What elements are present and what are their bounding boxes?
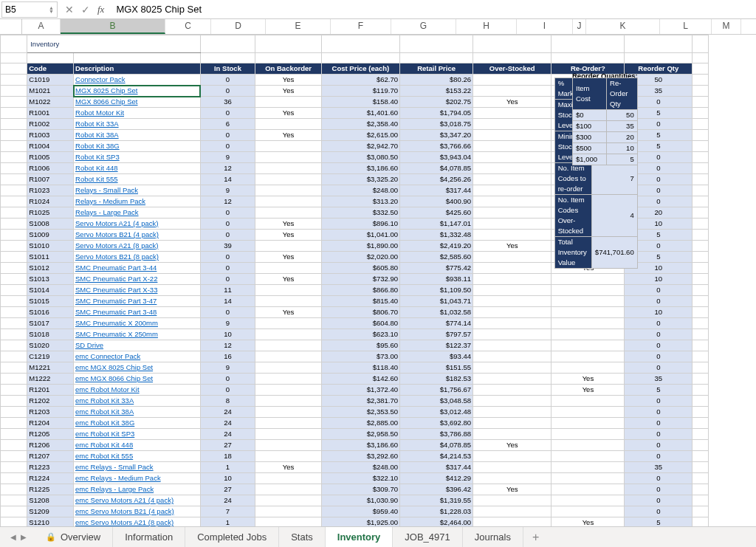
cell[interactable]: $1,228.03 (400, 506, 473, 517)
active-cell[interactable]: MGX 8025 Chip Set (74, 86, 201, 97)
cell[interactable]: SMC Pneumatic Part 3-44 (74, 263, 201, 274)
cell[interactable]: Yes (255, 274, 321, 285)
cell[interactable]: $2,358.40 (321, 119, 399, 130)
cell[interactable] (255, 163, 321, 174)
cell[interactable]: $3,186.60 (321, 440, 399, 451)
cell[interactable]: Relays - Medium Pack (74, 196, 201, 207)
cell[interactable]: Yes (473, 440, 551, 451)
cell[interactable] (551, 329, 625, 340)
cell[interactable] (473, 374, 551, 385)
cell[interactable]: Servo Motors A21 (4 pack) (74, 219, 201, 230)
cell[interactable]: $1,401.60 (321, 108, 399, 119)
cell[interactable]: $317.44 (400, 185, 473, 196)
cell[interactable]: R1206 (27, 440, 74, 451)
cell[interactable]: R1007 (27, 174, 74, 185)
cell[interactable]: R1225 (27, 484, 74, 495)
cell[interactable]: 0 (625, 418, 693, 429)
cell[interactable] (551, 451, 625, 462)
cell[interactable] (551, 362, 625, 374)
cell[interactable] (551, 407, 625, 418)
col-header-F[interactable]: F (331, 19, 391, 34)
cell[interactable]: $1,043.71 (400, 296, 473, 307)
cell[interactable]: R1223 (27, 462, 74, 473)
cell[interactable] (255, 285, 321, 296)
table-header[interactable]: On Backorder (255, 63, 321, 75)
cell[interactable]: $2,353.50 (321, 407, 399, 418)
cell[interactable]: S1014 (27, 285, 74, 296)
cell[interactable]: Yes (551, 374, 625, 385)
cell[interactable]: Robot Kit SP3 (74, 152, 201, 163)
cell[interactable]: $605.80 (321, 263, 399, 274)
cell[interactable]: $1,372.40 (321, 385, 399, 396)
cell[interactable]: 0 (625, 285, 693, 296)
cell[interactable]: Yes (473, 97, 551, 108)
cell[interactable]: Yes (255, 252, 321, 263)
cell[interactable]: $1,890.00 (321, 241, 399, 252)
cell[interactable]: emc MGX 8025 Chip Set (74, 362, 201, 374)
cell[interactable] (255, 174, 321, 185)
cell[interactable]: Yes (473, 484, 551, 495)
cell[interactable]: SMC Pneumatic Part X-33 (74, 285, 201, 296)
cell[interactable]: $425.60 (400, 207, 473, 219)
cell[interactable]: $62.70 (321, 75, 399, 86)
cell[interactable] (473, 86, 551, 97)
cell[interactable]: $1,332.48 (400, 230, 473, 241)
cell[interactable] (255, 429, 321, 440)
col-header-B[interactable]: B (61, 19, 165, 34)
col-header-K[interactable]: K (586, 19, 660, 34)
cell[interactable] (255, 396, 321, 407)
cell[interactable]: $80.26 (400, 75, 473, 86)
name-box[interactable]: B5 ▲▼ (1, 1, 58, 18)
cell[interactable] (551, 473, 625, 484)
cell[interactable] (473, 185, 551, 196)
cell[interactable]: M1021 (27, 86, 74, 97)
cell[interactable]: R1005 (27, 152, 74, 163)
cell[interactable] (551, 396, 625, 407)
cell[interactable]: $119.70 (321, 86, 399, 97)
cell[interactable]: $317.44 (400, 462, 473, 473)
cell[interactable]: 0 (200, 263, 255, 274)
cell[interactable]: $2,615.00 (321, 130, 399, 141)
cell[interactable]: 8 (200, 396, 255, 407)
cell[interactable] (473, 285, 551, 296)
cell[interactable] (255, 440, 321, 451)
cell[interactable] (473, 141, 551, 152)
cell[interactable]: $322.10 (321, 473, 399, 484)
cell[interactable]: emc Robot Kit 448 (74, 440, 201, 451)
cell[interactable]: $158.40 (321, 97, 399, 108)
cell[interactable]: SMC Pneumatic Part X-22 (74, 274, 201, 285)
cell[interactable]: $1,319.55 (400, 495, 473, 506)
cell[interactable]: C1019 (27, 75, 74, 86)
col-header-J[interactable]: J (573, 19, 586, 34)
cell[interactable]: $2,585.60 (400, 252, 473, 263)
cell[interactable]: 18 (200, 451, 255, 462)
cell[interactable]: MGX 8066 Chip Set (74, 97, 201, 108)
cell[interactable]: R1207 (27, 451, 74, 462)
cell[interactable]: 0 (625, 484, 693, 495)
cell[interactable] (551, 296, 625, 307)
cell[interactable] (473, 230, 551, 241)
cell[interactable]: 0 (625, 495, 693, 506)
col-header-H[interactable]: H (456, 19, 517, 34)
cell[interactable] (473, 506, 551, 517)
cell[interactable] (551, 495, 625, 506)
cell[interactable]: $151.55 (400, 362, 473, 374)
cell[interactable]: Yes (255, 75, 321, 86)
cell[interactable]: R1003 (27, 130, 74, 141)
cell[interactable] (255, 495, 321, 506)
cell[interactable]: Relays - Large Pack (74, 207, 201, 219)
cell[interactable]: $4,214.53 (400, 451, 473, 462)
cell[interactable]: $93.44 (400, 351, 473, 362)
cell[interactable]: $2,419.20 (400, 241, 473, 252)
cell[interactable]: S1009 (27, 230, 74, 241)
cell[interactable]: $3,692.80 (400, 418, 473, 429)
cell[interactable]: S1015 (27, 296, 74, 307)
cell[interactable] (255, 362, 321, 374)
cell[interactable]: 14 (200, 174, 255, 185)
cell[interactable]: Yes (255, 462, 321, 473)
cell[interactable]: $4,256.26 (400, 174, 473, 185)
select-all-corner[interactable] (0, 19, 22, 34)
cell[interactable]: S1012 (27, 263, 74, 274)
cell[interactable] (255, 418, 321, 429)
cell[interactable]: S1020 (27, 340, 74, 351)
